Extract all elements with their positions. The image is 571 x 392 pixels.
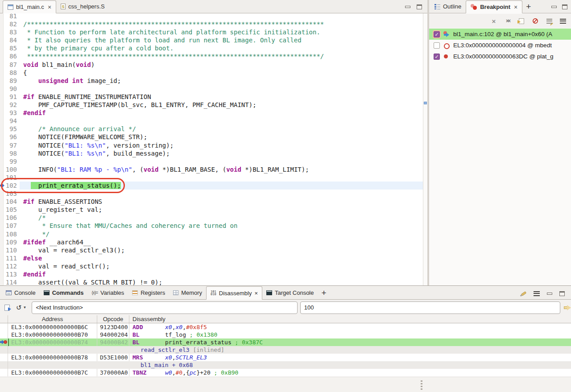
code-text[interactable]: val = read_sctlr_el3(); (20, 246, 423, 254)
code-text[interactable]: PMF_CAPTURE_TIMESTAMP(bl_svc, BL1_ENTRY,… (20, 101, 423, 109)
minimize-icon[interactable] (405, 6, 410, 8)
tab-disassembly[interactable]: 101010 Disassembly × (206, 286, 262, 300)
disassembly-row[interactable]: EL3:0x0000000000000B78D53E1000MRSx0,SCTL… (0, 354, 571, 361)
code-text[interactable]: #else (20, 254, 423, 262)
address-column-header[interactable]: Address (8, 315, 97, 323)
code-editor[interactable]: 8182/***********************************… (0, 13, 423, 285)
maximize-icon[interactable] (559, 291, 565, 296)
code-line-102[interactable]: 102 print_errata_status(); (0, 182, 423, 190)
view-menu-icon[interactable] (534, 291, 540, 296)
code-text[interactable]: NOTICE("BL1: %s\n", version_string); (20, 141, 423, 149)
remove-breakpoint-button[interactable]: × (490, 17, 497, 25)
code-line-104[interactable]: 104#if ENABLE_ASSERTIONS (0, 198, 423, 206)
code-line-107[interactable]: 107 * Ensure that MMU/Caches and coheren… (0, 222, 423, 230)
skip-all-breakpoints-button[interactable] (532, 17, 539, 25)
maximize-icon[interactable] (417, 4, 422, 9)
code-text[interactable]: NOTICE(FIRMWARE_WELCOME_STR); (20, 133, 423, 141)
code-text[interactable]: /* (20, 214, 423, 222)
new-view-button[interactable]: + (522, 0, 534, 13)
overview-ruler[interactable] (423, 13, 427, 285)
breakpoint-row[interactable]: EL3:0x0000000000000004 @ mbedt (429, 40, 571, 51)
code-text[interactable]: */ (20, 230, 423, 238)
code-line-92[interactable]: 92 PMF_CAPTURE_TIMESTAMP(bl_svc, BL1_ENT… (0, 101, 423, 109)
maximize-icon[interactable] (562, 4, 567, 9)
code-text[interactable] (20, 117, 423, 125)
breakpoint-enabled-checkbox[interactable]: ✓ (434, 31, 440, 37)
tab-outline[interactable]: Outline (430, 0, 466, 13)
code-line-108[interactable]: 108 */ (0, 230, 423, 238)
code-text[interactable]: unsigned int image_id; (20, 77, 423, 85)
disassembly-label-row[interactable]: bl1_main + 0x68 (0, 361, 571, 369)
code-text[interactable]: val = read_sctlr(); (20, 262, 423, 270)
code-text[interactable] (20, 13, 423, 20)
tab-variables[interactable]: (x)= Variables (88, 286, 128, 299)
code-text[interactable]: void bl1_main(void) (20, 61, 423, 69)
tab-commands[interactable]: Commands (40, 286, 88, 299)
disassembly-gutter[interactable] (0, 369, 8, 376)
disassembly-gutter[interactable] (0, 361, 8, 369)
tab-css-helpers-s[interactable]: S css_helpers.S (56, 0, 109, 13)
code-text[interactable]: #endif (20, 270, 423, 278)
disassembly-gutter[interactable] (0, 323, 8, 331)
code-text[interactable]: #if ENABLE_RUNTIME_INSTRUMENTATION (20, 93, 423, 101)
breakpoint-enabled-checkbox[interactable]: ✓ (434, 54, 440, 60)
code-line-95[interactable]: 95 /* Announce our arrival */ (0, 125, 423, 133)
code-text[interactable]: * It also queries the platform to load a… (20, 36, 423, 44)
disassembly-row[interactable]: EL3:0x0000000000000B6C9123D400ADDx0,x0,#… (0, 323, 571, 331)
disassembly-row[interactable]: EL3:0x0000000000000B7094000204BLtf_log ;… (0, 331, 571, 338)
code-line-83[interactable]: 83 * Function to perform late architectu… (0, 28, 423, 36)
code-text[interactable]: #endif (20, 109, 423, 117)
code-line-101[interactable]: 101 (0, 173, 423, 182)
disassembly-column-header[interactable]: Disassembly (129, 315, 571, 323)
code-text[interactable]: NOTICE("BL1: %s\n", build_message); (20, 149, 423, 157)
code-text[interactable]: * Function to perform late architectural… (20, 28, 423, 36)
code-line-103[interactable]: 103 (0, 190, 423, 198)
disassembly-gutter[interactable] (0, 331, 8, 338)
opcode-column-header[interactable]: Opcode (97, 315, 129, 323)
code-line-88[interactable]: 88{ (0, 69, 423, 77)
code-line-87[interactable]: 87void bl1_main(void) (0, 61, 423, 69)
disassembly-gutter[interactable] (0, 354, 8, 361)
code-text[interactable] (20, 190, 423, 198)
link-with-editor-icon[interactable] (521, 291, 527, 296)
code-text[interactable]: * by the primary cpu after a cold boot. (20, 44, 423, 52)
code-line-105[interactable]: 105 u_register_t val; (0, 206, 423, 214)
code-line-99[interactable]: 99 (0, 157, 423, 165)
code-text[interactable]: /* Announce our arrival */ (20, 125, 423, 133)
code-text[interactable]: #if ENABLE_ASSERTIONS (20, 198, 423, 206)
code-text[interactable]: u_register_t val; (20, 206, 423, 214)
code-line-94[interactable]: 94 (0, 117, 423, 125)
disassembly-count-input[interactable] (300, 301, 560, 314)
code-line-89[interactable]: 89 unsigned int image_id; (0, 77, 423, 85)
history-icon[interactable]: ↺ (16, 304, 22, 312)
code-text[interactable]: INFO("BL1: RAM %p - %p\n", (void *)BL1_R… (20, 165, 423, 173)
view-menu-button[interactable] (559, 17, 567, 25)
overview-breakpoint-marker[interactable] (424, 102, 427, 104)
disassembly-gutter[interactable] (0, 338, 8, 346)
code-line-98[interactable]: 98 NOTICE("BL1: %s\n", build_message); (0, 149, 423, 157)
disassembly-label-row[interactable]: read_sctlr_el3 [inlined] (0, 346, 571, 354)
code-text[interactable]: assert((val & SCTLR_M_BIT) != 0); (20, 278, 423, 285)
code-text[interactable]: * Ensure that MMU/Caches and coherency a… (20, 222, 423, 230)
code-line-96[interactable]: 96 NOTICE(FIRMWARE_WELCOME_STR); (0, 133, 423, 141)
code-line-90[interactable]: 90 (0, 85, 423, 93)
code-line-100[interactable]: 100 INFO("BL1: RAM %p - %p\n", (void *)B… (0, 165, 423, 173)
code-text[interactable]: { (20, 69, 423, 77)
close-tab-icon[interactable]: × (48, 4, 51, 11)
minimize-icon[interactable] (551, 6, 557, 8)
disassembly-address-input[interactable] (32, 301, 297, 314)
code-text[interactable] (20, 85, 423, 93)
remove-all-breakpoints-button[interactable]: ×× (504, 17, 511, 25)
breakpoint-enabled-checkbox[interactable] (434, 42, 440, 49)
tab-breakpoint[interactable]: Breakpoint × (466, 0, 522, 13)
code-line-85[interactable]: 85 * by the primary cpu after a cold boo… (0, 44, 423, 52)
tab-memory[interactable]: Memory (169, 286, 206, 299)
tab-registers[interactable]: Registers (128, 286, 169, 299)
breakpoint-row[interactable]: ✓EL3:0x00000000000063DC @ plat_g (429, 51, 571, 62)
code-text[interactable] (20, 157, 423, 165)
code-text[interactable]: ****************************************… (20, 52, 423, 60)
code-line-110[interactable]: 110 val = read_sctlr_el3(); (0, 246, 423, 254)
code-text[interactable]: /***************************************… (20, 20, 423, 28)
breakpoint-row[interactable]: ✓bl1_main.c:102 @ bl1_main+0x60 (A (429, 29, 571, 40)
history-dropdown-icon[interactable]: ▼ (23, 305, 27, 309)
